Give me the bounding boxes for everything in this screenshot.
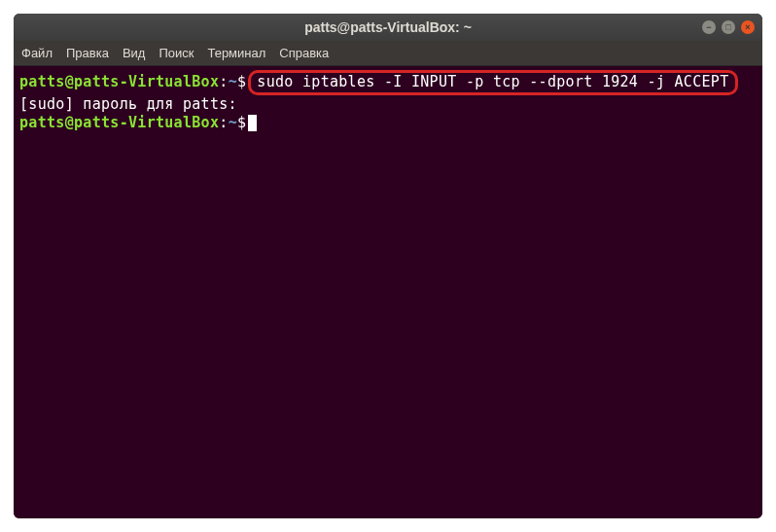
prompt-dollar: $ bbox=[237, 73, 246, 92]
minimize-icon: − bbox=[706, 23, 711, 32]
terminal-line: patts@patts-VirtualBox:~$ bbox=[19, 114, 757, 133]
prompt-path: ~ bbox=[229, 73, 237, 92]
prompt-dollar: $ bbox=[237, 114, 246, 133]
cursor-icon bbox=[248, 115, 257, 131]
prompt-path: ~ bbox=[229, 114, 237, 133]
prompt-separator: : bbox=[219, 73, 228, 92]
command-highlight: sudo iptables -I INPUT -p tcp --dport 19… bbox=[248, 70, 737, 95]
maximize-icon: □ bbox=[725, 23, 730, 32]
terminal-window: patts@patts-VirtualBox: ~ − □ × Файл Пра… bbox=[14, 14, 762, 518]
menu-edit[interactable]: Правка bbox=[66, 46, 109, 60]
close-button[interactable]: × bbox=[741, 20, 755, 34]
menu-file[interactable]: Файл bbox=[21, 46, 53, 60]
menubar: Файл Правка Вид Поиск Терминал Справка bbox=[14, 41, 762, 66]
minimize-button[interactable]: − bbox=[702, 20, 716, 34]
menu-help[interactable]: Справка bbox=[279, 46, 329, 60]
menu-terminal[interactable]: Терминал bbox=[207, 46, 265, 60]
terminal-body[interactable]: patts@patts-VirtualBox:~$ sudo iptables … bbox=[14, 66, 762, 518]
terminal-line: [sudo] пароль для patts: bbox=[19, 95, 757, 115]
command-text: sudo iptables -I INPUT -p tcp --dport 19… bbox=[257, 73, 728, 90]
menu-search[interactable]: Поиск bbox=[159, 46, 194, 60]
window-controls: − □ × bbox=[702, 20, 755, 34]
titlebar: patts@patts-VirtualBox: ~ − □ × bbox=[14, 14, 762, 41]
sudo-prompt: [sudo] пароль для patts: bbox=[19, 95, 246, 115]
terminal-line: patts@patts-VirtualBox:~$ sudo iptables … bbox=[19, 70, 757, 95]
prompt-user: patts@patts-VirtualBox bbox=[19, 73, 219, 92]
maximize-button[interactable]: □ bbox=[722, 20, 735, 34]
prompt-separator: : bbox=[219, 114, 228, 133]
prompt-user: patts@patts-VirtualBox bbox=[19, 114, 219, 133]
menu-view[interactable]: Вид bbox=[123, 46, 146, 60]
window-title: patts@patts-VirtualBox: ~ bbox=[304, 19, 472, 35]
close-icon: × bbox=[745, 23, 750, 32]
